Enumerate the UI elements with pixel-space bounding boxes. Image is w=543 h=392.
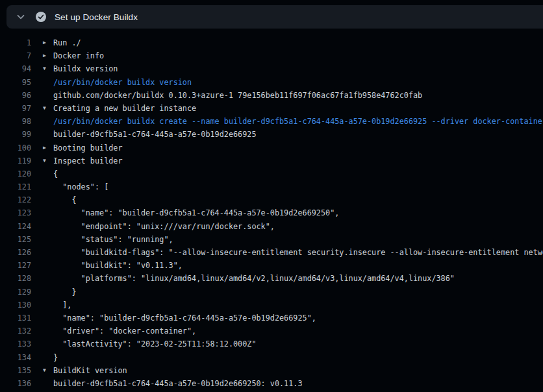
log-line: 128 "platforms": "linux/amd64,linux/amd6… xyxy=(0,272,543,285)
output-text: github.com/docker/buildx 0.10.3+azure-1 … xyxy=(53,89,422,102)
log-line: 127 "buildkit": "v0.11.3", xyxy=(0,259,543,272)
line-content: "platforms": "linux/amd64,linux/amd64/v2… xyxy=(43,272,455,285)
log-group-row[interactable]: 100▶Booting builder xyxy=(0,141,543,154)
line-number[interactable]: 129 xyxy=(0,286,31,299)
output-text: "buildkitd-flags": "--allow-insecure-ent… xyxy=(53,246,543,259)
line-content: "endpoint": "unix:///var/run/docker.sock… xyxy=(43,220,275,233)
line-content: { xyxy=(43,193,77,206)
log-line: 123 "name": "builder-d9cfb5a1-c764-445a-… xyxy=(0,206,543,219)
group-title: Creating a new builder instance xyxy=(53,102,196,115)
check-circle-icon xyxy=(36,12,46,22)
line-number[interactable]: 96 xyxy=(0,89,31,102)
line-number[interactable]: 99 xyxy=(0,128,31,141)
group-title: BuildKit version xyxy=(53,364,127,377)
triangle-down-icon[interactable]: ▼ xyxy=(43,102,53,115)
log-group-row[interactable]: 7▶Docker info xyxy=(0,49,543,62)
output-text: "driver": "docker-container", xyxy=(53,325,196,337)
line-number[interactable]: 134 xyxy=(0,351,31,364)
line-number[interactable]: 126 xyxy=(0,246,31,259)
line-number[interactable]: 95 xyxy=(0,76,31,89)
log-line: 132 "driver": "docker-container", xyxy=(0,325,543,337)
step-title: Set up Docker Buildx xyxy=(55,12,138,22)
triangle-right-icon[interactable]: ▶ xyxy=(43,36,53,49)
log-line: 99builder-d9cfb5a1-c764-445a-a57e-0b19d2… xyxy=(0,128,543,141)
log-group-row[interactable]: 94▼Buildx version xyxy=(0,62,543,75)
line-number[interactable]: 124 xyxy=(0,220,31,233)
line-content: /usr/bin/docker buildx create --name bui… xyxy=(43,115,543,128)
line-content: ▼BuildKit version xyxy=(43,364,127,377)
line-content: ▼Buildx version xyxy=(43,62,118,75)
group-title: Run ./ xyxy=(53,36,81,49)
log-group-row[interactable]: 1▶Run ./ xyxy=(0,36,543,49)
output-text: } xyxy=(53,286,77,299)
line-content: builder-d9cfb5a1-c764-445a-a57e-0b19d2e6… xyxy=(43,128,257,141)
output-text: ], xyxy=(53,299,71,312)
log-line: 130 ], xyxy=(0,299,543,312)
line-content: builder-d9cfb5a1-c764-445a-a57e-0b19d2e6… xyxy=(43,377,303,390)
line-content: "name": "builder-d9cfb5a1-c764-445a-a57e… xyxy=(43,206,339,219)
log-output: 1▶Run ./7▶Docker info94▼Buildx version95… xyxy=(0,29,543,390)
line-number[interactable]: 131 xyxy=(0,312,31,325)
log-group-row[interactable]: 119▼Inspect builder xyxy=(0,154,543,167)
log-line: 134} xyxy=(0,351,543,364)
line-content: } xyxy=(43,351,58,364)
line-number[interactable]: 97 xyxy=(0,102,31,115)
line-content: "buildkitd-flags": "--allow-insecure-ent… xyxy=(43,246,543,259)
group-title: Buildx version xyxy=(53,62,118,75)
group-title: Inspect builder xyxy=(53,154,123,167)
collapse-step-button[interactable] xyxy=(15,11,27,23)
log-line: 133 "lastActivity": "2023-02-25T11:58:12… xyxy=(0,337,543,350)
log-line: 121 "nodes": [ xyxy=(0,180,543,193)
log-group-row[interactable]: 97▼Creating a new builder instance xyxy=(0,102,543,115)
line-content: github.com/docker/buildx 0.10.3+azure-1 … xyxy=(43,89,422,102)
line-number[interactable]: 94 xyxy=(0,62,31,75)
line-content: "status": "running", xyxy=(43,233,173,246)
triangle-right-icon[interactable]: ▶ xyxy=(43,141,53,154)
line-number[interactable]: 123 xyxy=(0,206,31,219)
line-number[interactable]: 125 xyxy=(0,233,31,246)
line-number[interactable]: 130 xyxy=(0,299,31,312)
output-text: { xyxy=(53,193,77,206)
triangle-down-icon[interactable]: ▼ xyxy=(43,154,53,167)
step-header[interactable]: Set up Docker Buildx xyxy=(6,5,543,29)
line-content: "buildkit": "v0.11.3", xyxy=(43,259,183,272)
line-number[interactable]: 127 xyxy=(0,259,31,272)
line-content: "name": "builder-d9cfb5a1-c764-445a-a57e… xyxy=(43,312,316,325)
line-number[interactable]: 98 xyxy=(0,115,31,128)
chevron-down-icon xyxy=(16,12,26,22)
command-text: /usr/bin/docker buildx version xyxy=(53,76,192,89)
log-group-row[interactable]: 135▼BuildKit version xyxy=(0,364,543,377)
line-number[interactable]: 135 xyxy=(0,364,31,377)
line-content: ▶Run ./ xyxy=(43,36,81,49)
line-number[interactable]: 122 xyxy=(0,193,31,206)
line-content: ▼Inspect builder xyxy=(43,154,123,167)
line-number[interactable]: 132 xyxy=(0,325,31,337)
command-text: /usr/bin/docker buildx create --name bui… xyxy=(53,115,543,128)
line-content: "nodes": [ xyxy=(43,180,108,193)
log-line: 129 } xyxy=(0,286,543,299)
line-number[interactable]: 121 xyxy=(0,180,31,193)
log-line: 95/usr/bin/docker buildx version xyxy=(0,76,543,89)
line-number[interactable]: 120 xyxy=(0,167,31,180)
log-line: 125 "status": "running", xyxy=(0,233,543,246)
triangle-right-icon[interactable]: ▶ xyxy=(43,49,53,62)
output-text: "platforms": "linux/amd64,linux/amd64/v2… xyxy=(53,272,455,285)
output-text: "endpoint": "unix:///var/run/docker.sock… xyxy=(53,220,275,233)
line-number[interactable]: 100 xyxy=(0,141,31,154)
log-line: 131 "name": "builder-d9cfb5a1-c764-445a-… xyxy=(0,312,543,325)
log-line: 96github.com/docker/buildx 0.10.3+azure-… xyxy=(0,89,543,102)
line-number[interactable]: 1 xyxy=(0,36,31,49)
triangle-down-icon[interactable]: ▼ xyxy=(43,364,53,377)
line-content: /usr/bin/docker buildx version xyxy=(43,76,192,89)
line-number[interactable]: 136 xyxy=(0,377,31,390)
line-number[interactable]: 128 xyxy=(0,272,31,285)
line-number[interactable]: 133 xyxy=(0,337,31,350)
line-content: { xyxy=(43,167,58,180)
group-title: Docker info xyxy=(53,49,104,62)
output-text: "name": "builder-d9cfb5a1-c764-445a-a57e… xyxy=(53,312,316,325)
line-number[interactable]: 7 xyxy=(0,49,31,62)
log-line: 124 "endpoint": "unix:///var/run/docker.… xyxy=(0,220,543,233)
triangle-down-icon[interactable]: ▼ xyxy=(43,62,53,75)
line-number[interactable]: 119 xyxy=(0,154,31,167)
line-content: ▶Docker info xyxy=(43,49,104,62)
